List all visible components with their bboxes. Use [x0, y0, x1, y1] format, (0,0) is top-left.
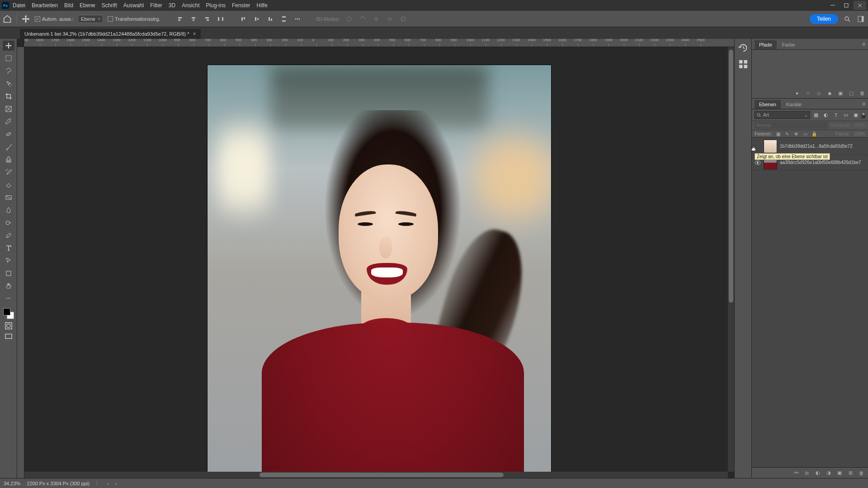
workspace-icon[interactable]	[856, 14, 865, 23]
brush-tool[interactable]	[3, 142, 14, 152]
canvas[interactable]	[24, 47, 734, 478]
move-tool-icon[interactable]	[21, 14, 30, 23]
lock-paint-icon[interactable]: ✎	[784, 131, 790, 136]
align-bottom-icon[interactable]	[266, 14, 275, 23]
screen-mode-icon[interactable]	[4, 333, 13, 341]
adjustment-layer-icon[interactable]: ◑	[826, 470, 832, 476]
ruler-vertical[interactable]	[17, 47, 24, 478]
zoom-tool[interactable]	[3, 294, 14, 304]
frame-tool[interactable]	[3, 104, 14, 114]
color-swatches[interactable]	[3, 308, 14, 319]
search-icon[interactable]	[843, 14, 852, 23]
menu-filter[interactable]: Filter	[150, 2, 162, 9]
align-left-icon[interactable]	[175, 14, 184, 23]
maximize-button[interactable]	[840, 1, 853, 10]
minimize-button[interactable]	[826, 1, 839, 10]
align-center-h-icon[interactable]	[189, 14, 198, 23]
transform-controls-checkbox[interactable]: Transformationsstrg.	[108, 16, 160, 22]
pen-tool[interactable]	[3, 230, 14, 240]
shape-tool[interactable]	[3, 268, 14, 278]
distribute-v-icon[interactable]	[279, 14, 288, 23]
close-tab-icon[interactable]: ×	[193, 31, 196, 37]
scrollbar-horizontal[interactable]	[24, 472, 728, 478]
close-button[interactable]	[854, 1, 866, 10]
blend-mode-dropdown[interactable]: Normal	[755, 122, 828, 129]
delete-path-icon[interactable]: 🗑	[859, 90, 865, 96]
menu-auswahl[interactable]: Auswahl	[123, 2, 144, 9]
status-caret-left-icon[interactable]: ‹	[107, 481, 109, 486]
tab-ebenen[interactable]: Ebenen	[755, 100, 781, 109]
menu-ebene[interactable]: Ebene	[80, 2, 95, 9]
auto-select-checkbox[interactable]: Autom. ausw.:	[35, 16, 73, 22]
tab-farbe[interactable]: Farbe	[778, 40, 800, 49]
tab-pfade[interactable]: Pfade	[755, 40, 777, 49]
filter-smart-icon[interactable]: ▣	[853, 112, 859, 118]
move-tool[interactable]	[3, 41, 14, 51]
layer-fx-icon[interactable]: fx	[804, 470, 810, 476]
history-brush-tool[interactable]	[3, 167, 14, 177]
group-icon[interactable]: ▣	[836, 470, 843, 476]
filter-pixel-icon[interactable]: ▦	[813, 112, 819, 118]
fill-value[interactable]: 100%	[854, 131, 865, 136]
dodge-tool[interactable]	[3, 218, 14, 228]
mask-icon[interactable]: ▣	[837, 90, 844, 96]
delete-layer-icon[interactable]: 🗑	[858, 470, 864, 476]
more-align-icon[interactable]	[293, 14, 302, 23]
document-tab[interactable]: Unbenannt-1 bei 34,2% (1b7dbb39dd21a1244…	[20, 29, 201, 39]
opacity-value[interactable]: 100%	[854, 123, 865, 128]
stroke-path-icon[interactable]: ○	[805, 90, 811, 96]
gradient-tool[interactable]	[3, 192, 14, 202]
link-layers-icon[interactable]: ⚯	[793, 470, 799, 476]
path-select-tool[interactable]	[3, 256, 14, 266]
type-tool[interactable]	[3, 243, 14, 253]
foreground-color-swatch[interactable]	[3, 308, 10, 315]
status-caret-right-icon[interactable]: ›	[115, 481, 117, 486]
layer-row[interactable]: 1b7dbb39dd21a1...8a5fcda93d5e72	[752, 138, 868, 155]
crop-tool[interactable]	[3, 91, 14, 101]
quick-mask-icon[interactable]	[4, 322, 13, 330]
menu-ansicht[interactable]: Ansicht	[182, 2, 199, 9]
lock-all-icon[interactable]: 🔒	[811, 131, 817, 136]
menu-fenster[interactable]: Fenster	[232, 2, 250, 9]
home-icon[interactable]	[3, 14, 12, 23]
load-selection-icon[interactable]: ◇	[816, 90, 822, 96]
menu-plugins[interactable]: Plug-ins	[206, 2, 226, 9]
visibility-toggle[interactable]	[755, 160, 761, 166]
filter-adjust-icon[interactable]: ◐	[823, 112, 829, 118]
align-center-v-icon[interactable]	[252, 14, 261, 23]
eraser-tool[interactable]	[3, 180, 14, 190]
filter-type-icon[interactable]: T	[833, 112, 839, 118]
quick-select-tool[interactable]	[3, 79, 14, 89]
healing-tool[interactable]	[3, 129, 14, 139]
zoom-level[interactable]: 34,23%	[4, 481, 20, 486]
filter-shape-icon[interactable]: ▭	[843, 112, 849, 118]
menu-hilfe[interactable]: Hilfe	[257, 2, 268, 9]
lasso-tool[interactable]	[3, 66, 14, 76]
new-layer-icon[interactable]: ⊞	[847, 470, 854, 476]
ruler-horizontal[interactable]: 1900180017001600150014001300120011001000…	[24, 39, 734, 47]
layer-name[interactable]: 1b7dbb39dd21a1...8a5fcda93d5e72	[780, 144, 853, 149]
panel-menu-icon[interactable]: ≡	[859, 39, 868, 49]
scrollbar-vertical[interactable]	[728, 47, 734, 472]
properties-panel-icon[interactable]	[738, 59, 749, 70]
tab-kanaele[interactable]: Kanäle	[782, 100, 806, 109]
align-right-icon[interactable]	[203, 14, 212, 23]
fill-path-icon[interactable]: ●	[794, 90, 800, 96]
share-button[interactable]: Teilen	[810, 14, 838, 24]
status-arrow-icon[interactable]: 〉	[96, 480, 101, 487]
layer-thumbnail[interactable]	[764, 140, 777, 153]
eyedropper-tool[interactable]	[3, 117, 14, 127]
document-dimensions[interactable]: 2200 Px x 3304 Px (300 ppi)	[27, 481, 90, 486]
auto-select-target-dropdown[interactable]: Ebene	[78, 15, 103, 23]
layer-name[interactable]: aa38dcc5d926e1a0bf50e688b426d1be7	[780, 160, 861, 165]
menu-datei[interactable]: Datei	[13, 2, 25, 9]
marquee-tool[interactable]	[3, 53, 14, 63]
menu-bild[interactable]: Bild	[64, 2, 73, 9]
stamp-tool[interactable]	[3, 155, 14, 164]
lock-transparent-icon[interactable]: ▦	[775, 131, 781, 136]
new-path-icon[interactable]: ▢	[848, 90, 854, 96]
make-workpath-icon[interactable]: ◆	[826, 90, 833, 96]
distribute-h-icon[interactable]	[216, 14, 225, 23]
lock-position-icon[interactable]: ✥	[793, 131, 799, 136]
filter-toggle[interactable]	[862, 112, 865, 118]
